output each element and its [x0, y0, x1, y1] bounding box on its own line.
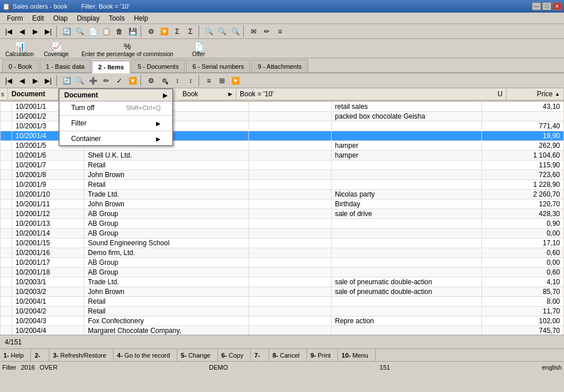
- menu-help[interactable]: Help: [129, 13, 153, 23]
- tb-find3[interactable]: 🔍: [229, 25, 242, 38]
- table-row[interactable]: 10/2003/2 John Brown sale of pneumatic d…: [1, 287, 564, 297]
- bottom-9-print[interactable]: 9- Print: [307, 349, 338, 361]
- tb-new[interactable]: 📄: [87, 25, 99, 38]
- bottom-2[interactable]: 2-: [31, 349, 49, 361]
- tb-next[interactable]: ▶: [29, 25, 41, 38]
- table-row[interactable]: 10/2004/4 Margaret Chocolate Company, 74…: [1, 326, 564, 335]
- nav-last[interactable]: ▶|: [42, 75, 55, 87]
- tab-2-items[interactable]: 2 - Items: [92, 61, 130, 73]
- tb-list[interactable]: ≡: [274, 25, 286, 38]
- bottom-4-goto[interactable]: 4- Go to the record: [114, 349, 177, 361]
- nav-groupby[interactable]: ≡: [203, 75, 215, 87]
- table-row[interactable]: 10/2001/14 AB Group 0,00: [1, 229, 564, 238]
- table-row[interactable]: 10/2001/18 AB Group 0,60: [1, 268, 564, 277]
- bottom-3-refresh[interactable]: 3- Refresh/Restore: [49, 349, 114, 361]
- tab-6-serial-numbers[interactable]: 6 - Serial numbers: [186, 60, 250, 72]
- bottom-7[interactable]: 7-: [251, 349, 269, 361]
- col-header-price[interactable]: Price ▲: [507, 88, 564, 100]
- col-header-book-filter[interactable]: Book = '10' U: [236, 88, 507, 100]
- tb-filter2[interactable]: 🔽: [158, 25, 170, 38]
- nav-next[interactable]: ▶: [29, 75, 41, 87]
- tb-first[interactable]: |◀: [2, 25, 15, 38]
- bottom-5-change[interactable]: 5- Change: [177, 349, 217, 361]
- nav-first[interactable]: |◀: [2, 75, 15, 87]
- col-header-document[interactable]: Document: [8, 88, 59, 100]
- nav-drop[interactable]: 🔽: [126, 75, 139, 87]
- table-row[interactable]: 10/2001/7 Retail 115,90: [1, 160, 564, 170]
- maximize-button[interactable]: □: [542, 2, 551, 10]
- tb-refresh[interactable]: 🔄: [60, 25, 73, 38]
- table-row[interactable]: 10/2001/11 John Brown Birthday 120,70: [1, 199, 564, 209]
- nav-sort[interactable]: ↕: [171, 75, 184, 87]
- tab-5-documents[interactable]: 5 - Documents: [131, 60, 185, 72]
- tb2-commission[interactable]: % Enter the percentage of commission: [76, 40, 179, 57]
- tb-edit[interactable]: ✏: [260, 25, 273, 38]
- bottom-8-cancel[interactable]: 8- Cancel: [269, 349, 307, 361]
- cell-doc: 10/2001/10: [12, 190, 84, 199]
- calculation-icon: 📊: [15, 42, 25, 51]
- cell-book: [249, 180, 331, 190]
- cell-doc: 10/2001/17: [12, 258, 84, 268]
- cell-price: 19,90: [481, 131, 564, 141]
- menu-tools[interactable]: Tools: [104, 13, 129, 23]
- table-row[interactable]: 10/2004/2 Retail 11,70: [1, 307, 564, 316]
- nav-sort2[interactable]: ↕: [184, 75, 197, 87]
- table-row[interactable]: 10/2001/6 Shell U.K. Ltd. hamper 1 104,6…: [1, 151, 564, 160]
- dropdown-item-turnoff[interactable]: Turn off Shift+Ctrl+Q: [60, 101, 172, 114]
- dropdown-item-filter[interactable]: Filter ▶: [60, 117, 172, 130]
- table-row[interactable]: 10/2001/13 AB Group 0,90: [1, 219, 564, 229]
- table-row[interactable]: 10/2001/16 Demo firm, Ltd. 0,60: [1, 248, 564, 258]
- tb-delete[interactable]: 🗑: [113, 25, 126, 38]
- tab-0-book[interactable]: 0 - Book: [2, 60, 38, 72]
- nav-check[interactable]: ✓: [113, 75, 126, 87]
- tb2-calculation[interactable]: 📊 Calculation: [2, 40, 37, 57]
- tb-find2[interactable]: 🔍: [216, 25, 228, 38]
- tb-search[interactable]: 🔍: [73, 25, 86, 38]
- table-row[interactable]: 10/2001/15 Sound Engineering School 17,1…: [1, 238, 564, 248]
- tab-9-attachments[interactable]: 9 - Attachments: [251, 60, 308, 72]
- table-row[interactable]: 10/2001/10 Trade Ltd. Nicolas party 2 26…: [1, 190, 564, 199]
- table-row[interactable]: 10/2001/8 John Brown 723,60: [1, 170, 564, 180]
- table-row[interactable]: 10/2001/9 Retail 1 228,90: [1, 180, 564, 190]
- bottom-1-help[interactable]: 1- Help: [0, 349, 31, 361]
- nav-filter2[interactable]: ⚙▼: [158, 75, 170, 87]
- minimize-button[interactable]: —: [532, 2, 541, 10]
- tb-filter[interactable]: ⚙: [145, 25, 157, 38]
- close-button[interactable]: ✕: [553, 2, 562, 10]
- cell-name: Retail: [84, 160, 249, 170]
- nav-edit[interactable]: ✏: [100, 75, 112, 87]
- tb-sum[interactable]: Σ: [171, 25, 184, 38]
- table-row[interactable]: 10/2001/17 AB Group 0,00: [1, 258, 564, 268]
- tb2-offer[interactable]: 📄 Offer: [181, 40, 216, 57]
- tb-copy[interactable]: 📋: [100, 25, 112, 38]
- cell-s: [1, 277, 12, 287]
- nav-layout[interactable]: ⊞: [216, 75, 228, 87]
- nav-search[interactable]: 🔍: [73, 75, 86, 87]
- tb-mail[interactable]: ✉: [247, 25, 260, 38]
- menu-form[interactable]: Form: [2, 13, 28, 23]
- dropdown-item-container[interactable]: Container ▶: [60, 132, 172, 145]
- tb-last[interactable]: ▶|: [42, 25, 55, 38]
- table-row[interactable]: 10/2004/3 Fox Confectionery Repre action…: [1, 316, 564, 326]
- col-header-book[interactable]: Book ▶: [179, 88, 236, 100]
- tb-find[interactable]: 🔍: [203, 25, 215, 38]
- tb-sum2[interactable]: Σ: [184, 25, 197, 38]
- nav-filter[interactable]: ⚙: [145, 75, 157, 87]
- nav-add[interactable]: ➕: [87, 75, 99, 87]
- tb2-coverage[interactable]: 📈 Coverage: [39, 40, 73, 57]
- menu-edit[interactable]: Edit: [28, 13, 49, 23]
- bottom-10-menu[interactable]: 10- Menu: [338, 349, 375, 361]
- nav-config[interactable]: 🔽: [229, 75, 242, 87]
- table-row[interactable]: 10/2001/12 AB Group sale of drive 428,30: [1, 209, 564, 219]
- bottom-6-copy[interactable]: 6- Copy: [218, 349, 251, 361]
- col-header-s[interactable]: s: [0, 88, 8, 100]
- nav-prev[interactable]: ◀: [15, 75, 28, 87]
- nav-refresh[interactable]: 🔄: [60, 75, 73, 87]
- menu-olap[interactable]: Olap: [49, 13, 72, 23]
- menu-display[interactable]: Display: [72, 13, 104, 23]
- tab-1-basic-data[interactable]: 1 - Basic data: [40, 60, 91, 72]
- tb-save[interactable]: 💾: [126, 25, 139, 38]
- table-row[interactable]: 10/2003/1 Trade Ltd. sale of pneumatic d…: [1, 277, 564, 287]
- tb-prev[interactable]: ◀: [15, 25, 28, 38]
- table-row[interactable]: 10/2004/1 Retail 8,00: [1, 297, 564, 307]
